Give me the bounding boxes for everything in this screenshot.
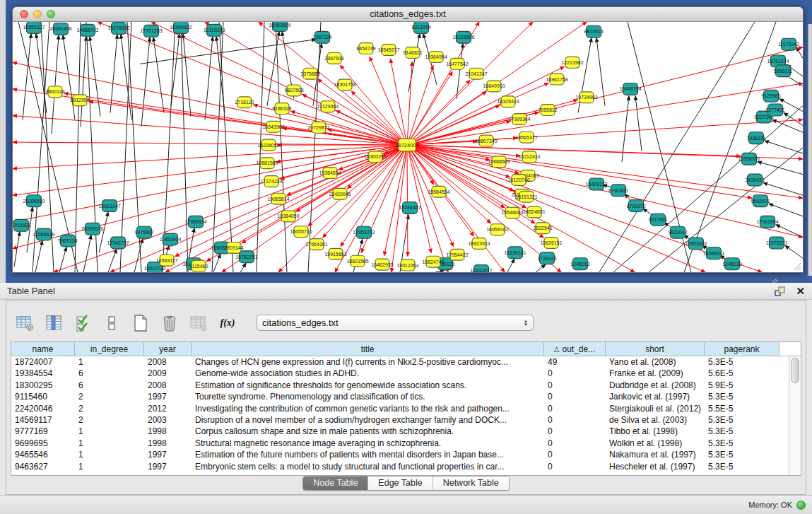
network-node[interactable]: 18301758: [334, 79, 355, 90]
table-row[interactable]: 1830029562008Estimation of significance …: [11, 380, 789, 391]
table-row[interactable]: 1872400712008Changes of HCN gene express…: [11, 356, 789, 368]
network-node[interactable]: 11170342: [778, 38, 799, 50]
network-node[interactable]: 9860124: [45, 86, 64, 98]
minimize-window-button[interactable]: [33, 10, 42, 18]
network-node[interactable]: 19546064: [501, 207, 523, 218]
column-header-in_degree[interactable]: in_degree: [75, 342, 144, 356]
network-node[interactable]: 8791820: [608, 185, 628, 197]
network-node[interactable]: 9129966: [761, 90, 780, 102]
network-node[interactable]: 17359934: [184, 216, 206, 228]
network-node[interactable]: 8813054: [411, 22, 430, 33]
network-node[interactable]: 18821565: [346, 255, 368, 267]
network-node[interactable]: 16448794: [619, 83, 641, 95]
network-node[interactable]: 8813014: [584, 25, 603, 37]
network-node[interactable]: 1733426: [537, 252, 556, 264]
tab-node-table[interactable]: Node Table: [303, 477, 368, 490]
table-row[interactable]: 946554611997Estimation of the future num…: [11, 449, 789, 460]
network-node[interactable]: 19012354: [396, 259, 418, 271]
table-row[interactable]: 2242004622012Investigating the contribut…: [11, 403, 789, 414]
network-node[interactable]: 16961758: [546, 74, 567, 85]
show-columns-button[interactable]: [44, 313, 64, 333]
network-node[interactable]: 9277401: [765, 104, 784, 116]
network-node[interactable]: 9146821: [403, 47, 422, 59]
network-node[interactable]: 16409112: [586, 178, 608, 190]
column-header-title[interactable]: title: [192, 342, 544, 356]
network-node[interactable]: 15276062: [107, 22, 129, 34]
network-node[interactable]: 19734903: [575, 92, 597, 103]
network-node[interactable]: 17274234: [260, 176, 282, 187]
table-row[interactable]: 1456911722003Disruption of a novel membe…: [11, 414, 789, 426]
network-node[interactable]: 5905134: [58, 235, 77, 247]
network-node[interactable]: 20691406: [49, 23, 71, 35]
table-row[interactable]: 969969511998Structural magnetic resonanc…: [11, 438, 789, 449]
network-node[interactable]: 9245033: [722, 258, 741, 270]
new-column-button[interactable]: [131, 313, 151, 333]
network-node[interactable]: 16462935: [371, 259, 393, 270]
network-node[interactable]: 18545217: [377, 45, 399, 56]
close-window-button[interactable]: [20, 10, 28, 18]
unselect-all-button[interactable]: [102, 313, 122, 333]
network-node[interactable]: 17554301: [305, 239, 327, 250]
network-node[interactable]: 7357224: [312, 31, 331, 43]
close-panel-icon[interactable]: ✕: [796, 286, 805, 296]
network-node[interactable]: 2522541: [533, 223, 552, 234]
network-node[interactable]: 20206576: [81, 223, 103, 235]
tab-network-table[interactable]: Network Table: [433, 477, 509, 490]
network-node[interactable]: 19390602: [170, 22, 192, 33]
network-node[interactable]: 9827508: [284, 85, 303, 96]
network-node[interactable]: 16543962: [262, 121, 284, 132]
network-node[interactable]: 9975887: [134, 226, 153, 238]
network-node[interactable]: 18807249: [475, 135, 497, 146]
network-node[interactable]: 2718120: [235, 97, 254, 108]
function-builder-button[interactable]: f(x): [218, 313, 237, 333]
network-node[interactable]: 9811042: [669, 226, 688, 238]
window-resize-grip[interactable]: [792, 261, 801, 271]
table-row[interactable]: 946362711997Embryonic stem cells: a mode…: [11, 461, 789, 472]
network-node[interactable]: 10242077: [470, 265, 492, 272]
network-node[interactable]: 3375685: [300, 68, 319, 79]
network-node[interactable]: 18724007: [395, 139, 418, 151]
table-row[interactable]: 911546021997Tourette syndrome. Phenomeno…: [11, 391, 789, 402]
table-row[interactable]: 977716911998Corpus callosum shape and si…: [11, 426, 789, 437]
network-node[interactable]: 9115460: [189, 260, 208, 271]
network-node[interactable]: 15958301: [738, 153, 760, 165]
network-node[interactable]: 5956011: [774, 65, 793, 77]
zoom-window-button[interactable]: [47, 10, 55, 18]
network-node[interactable]: 18325419: [497, 96, 519, 107]
network-node[interactable]: 17751203: [140, 25, 162, 37]
network-node[interactable]: 17016504: [756, 216, 778, 228]
network-node[interactable]: 16053809: [269, 22, 290, 31]
network-node[interactable]: 8454749: [356, 43, 375, 54]
network-node[interactable]: 2106433: [745, 174, 764, 186]
network-node[interactable]: 7938331: [746, 132, 765, 144]
network-node[interactable]: 3915901: [13, 219, 31, 231]
network-node[interactable]: 10953302: [685, 238, 707, 250]
table-mode-button[interactable]: [15, 313, 35, 333]
column-header-year[interactable]: year: [144, 342, 192, 356]
network-node[interactable]: 19565377: [515, 132, 537, 143]
network-node[interactable]: 25206510: [23, 195, 45, 207]
network-node[interactable]: 7955812: [538, 105, 557, 116]
network-node[interactable]: 14524851: [523, 206, 545, 218]
table-row[interactable]: 1938455462009Genome-wide association stu…: [11, 368, 789, 379]
select-all-button[interactable]: [73, 313, 93, 333]
network-node[interactable]: 14136141: [504, 247, 526, 259]
network-node[interactable]: 8912954: [70, 95, 89, 106]
network-node[interactable]: 3017601: [648, 214, 667, 226]
network-node[interactable]: 15626151: [540, 238, 562, 249]
network-node[interactable]: 16477542: [446, 58, 468, 69]
memory-status-indicator[interactable]: [796, 501, 806, 510]
network-node[interactable]: 9245012: [570, 258, 589, 270]
network-node[interactable]: 19384554: [319, 168, 341, 179]
float-panel-icon[interactable]: [775, 286, 786, 296]
column-header-name[interactable]: name: [11, 342, 75, 356]
network-node[interactable]: 2803144: [224, 242, 243, 253]
network-node[interactable]: 16055710: [290, 226, 312, 238]
column-header-pagerank[interactable]: pagerank: [705, 342, 779, 356]
delete-column-button[interactable]: [160, 313, 180, 333]
network-node[interactable]: 2367608: [324, 53, 343, 64]
tab-edge-table[interactable]: Edge Table: [368, 477, 433, 490]
network-node[interactable]: 18923514: [468, 238, 490, 250]
delete-table-button[interactable]: [189, 313, 208, 333]
network-node[interactable]: 8186328: [272, 103, 291, 115]
